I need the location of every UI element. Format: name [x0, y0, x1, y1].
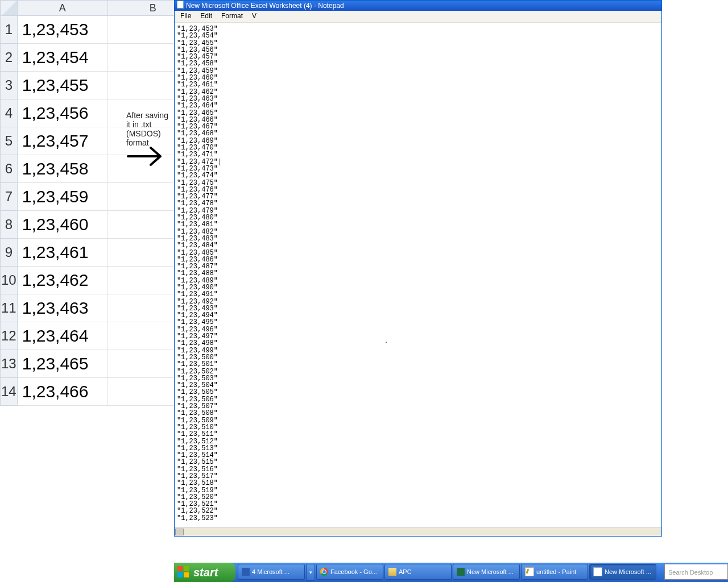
taskbar-button[interactable]: New Microsoft ...	[453, 564, 520, 580]
taskbar-button[interactable]: APC	[384, 564, 452, 580]
row-header[interactable]: 7	[1, 183, 18, 211]
taskbar-button[interactable]: untitled - Paint	[521, 564, 588, 580]
row-header[interactable]: 12	[1, 322, 18, 350]
menu-view[interactable]: V	[247, 11, 261, 21]
taskbar-button[interactable]: New Microsoft ...	[589, 564, 656, 580]
annotation-line: After saving	[126, 111, 168, 120]
row-header[interactable]: 14	[1, 378, 18, 406]
arrow-icon	[125, 142, 171, 171]
taskbar-button-label: New Microsoft ...	[605, 568, 651, 575]
row-header[interactable]: 4	[1, 99, 18, 127]
word-icon	[242, 568, 250, 576]
cell[interactable]: 1,23,457	[17, 127, 107, 155]
notepad-titlebar[interactable]: New Microsoft Office Excel Worksheet (4)…	[175, 1, 661, 11]
cell[interactable]: 1,23,461	[17, 239, 107, 267]
taskbar-buttons: 4 Microsoft ...▾Facebook - Go...APCNew M…	[238, 564, 656, 581]
chrome-icon	[320, 568, 328, 576]
row-header[interactable]: 2	[1, 44, 18, 72]
excel-grid[interactable]: A B 11,23,45321,23,45431,23,45541,23,456…	[0, 0, 198, 406]
row-header[interactable]: 8	[1, 211, 18, 239]
menu-format[interactable]: Format	[217, 11, 247, 21]
notepad-icon	[593, 567, 602, 576]
taskbar-button[interactable]: 4 Microsoft ...	[238, 564, 305, 580]
taskbar-group-arrow[interactable]: ▾	[306, 564, 315, 581]
cell[interactable]: 1,23,463	[17, 294, 107, 322]
notepad-title-text: New Microsoft Office Excel Worksheet (4)…	[186, 2, 344, 10]
folder-icon	[388, 568, 396, 576]
notepad-doc-icon	[177, 1, 184, 9]
annotation-line: (MSDOS)	[126, 129, 168, 138]
cell[interactable]: 1,23,458	[17, 155, 107, 183]
taskbar-button-label: New Microsoft ...	[467, 568, 514, 575]
row-header[interactable]: 1	[1, 16, 18, 44]
cell[interactable]: 1,23,459	[17, 183, 107, 211]
menu-edit[interactable]: Edit	[196, 11, 217, 21]
notepad-text-area[interactable]: "1,23,453" "1,23,454" "1,23,455" "1,23,4…	[176, 23, 660, 528]
scrollbar-left-arrow[interactable]	[175, 529, 184, 535]
cell[interactable]: 1,23,456	[17, 99, 107, 127]
row-header[interactable]: 6	[1, 155, 18, 183]
cell[interactable]: 1,23,466	[17, 378, 107, 406]
annotation-line: it in .txt	[126, 120, 168, 129]
start-button[interactable]: start	[174, 563, 235, 582]
cursor-mark: .	[385, 335, 387, 344]
select-all-corner[interactable]	[1, 1, 18, 16]
menu-file[interactable]: File	[176, 11, 196, 21]
row-header[interactable]: 3	[1, 72, 18, 99]
cell[interactable]: 1,23,454	[17, 44, 107, 72]
row-header[interactable]: 11	[1, 294, 18, 322]
col-header-a[interactable]: A	[17, 1, 107, 16]
cell[interactable]: 1,23,460	[17, 211, 107, 239]
blank-area	[662, 0, 728, 22]
cell[interactable]: 1,23,462	[17, 267, 107, 294]
notepad-window: New Microsoft Office Excel Worksheet (4)…	[174, 0, 662, 537]
row-header[interactable]: 9	[1, 239, 18, 267]
xp-taskbar: start 4 Microsoft ...▾Facebook - Go...AP…	[174, 563, 728, 582]
taskbar-button-label: Facebook - Go...	[330, 568, 377, 575]
cell[interactable]: 1,23,453	[17, 16, 107, 44]
taskbar-button-label: untitled - Paint	[536, 568, 576, 575]
windows-flag-icon	[177, 566, 190, 579]
row-header[interactable]: 10	[1, 267, 18, 294]
excel-icon	[457, 568, 465, 576]
cell[interactable]: 1,23,464	[17, 322, 107, 350]
row-header[interactable]: 5	[1, 127, 18, 155]
taskbar-button-label: 4 Microsoft ...	[252, 568, 289, 575]
start-label: start	[193, 566, 218, 579]
notepad-menubar: FileEditFormatV	[175, 11, 661, 23]
paint-icon	[525, 567, 534, 576]
excel-pane: A B 11,23,45321,23,45431,23,45541,23,456…	[0, 0, 171, 404]
taskbar-button-label: APC	[399, 568, 412, 575]
notepad-h-scrollbar[interactable]	[175, 527, 661, 536]
row-header[interactable]: 13	[1, 350, 18, 378]
cell[interactable]: 1,23,465	[17, 350, 107, 378]
taskbar-button[interactable]: Facebook - Go...	[316, 564, 383, 580]
cell[interactable]: 1,23,455	[17, 72, 107, 99]
search-desktop-input[interactable]: Search Desktop	[664, 564, 728, 580]
